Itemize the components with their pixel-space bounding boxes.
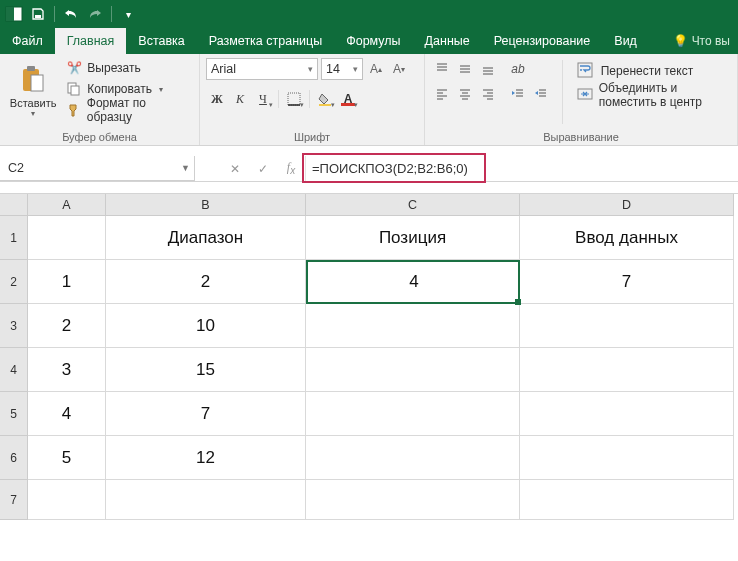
cell-A1[interactable]	[28, 216, 106, 260]
tab-view[interactable]: Вид	[602, 28, 649, 54]
brush-icon	[66, 102, 81, 118]
cell-D1[interactable]: Ввод данных	[520, 216, 734, 260]
wrap-text-button[interactable]: Перенести текст	[573, 60, 731, 82]
row-header-6[interactable]: 6	[0, 436, 28, 480]
qat-customize-icon[interactable]: ▾	[118, 4, 138, 24]
cell-C3[interactable]	[306, 304, 520, 348]
svg-rect-7	[71, 86, 79, 95]
cell-C5[interactable]	[306, 392, 520, 436]
align-group-label: Выравнивание	[425, 130, 737, 145]
tell-me[interactable]: 💡 Что вы	[665, 28, 738, 54]
cell-D2[interactable]: 7	[520, 260, 734, 304]
cell-B7[interactable]	[106, 480, 306, 520]
format-painter-button[interactable]: Формат по образцу	[64, 100, 193, 120]
decrease-indent-button[interactable]	[507, 83, 529, 105]
cell-B2[interactable]: 2	[106, 260, 306, 304]
name-box[interactable]: C2 ▼	[0, 156, 195, 181]
cell-A5[interactable]: 4	[28, 392, 106, 436]
undo-icon[interactable]	[61, 4, 81, 24]
merge-center-button[interactable]: Объединить и поместить в центр	[573, 84, 731, 106]
col-header-A[interactable]: A	[28, 194, 106, 216]
col-header-C[interactable]: C	[306, 194, 520, 216]
name-box-value: C2	[8, 161, 24, 175]
ribbon-tabs: Файл Главная Вставка Разметка страницы Ф…	[0, 28, 738, 54]
cell-B5[interactable]: 7	[106, 392, 306, 436]
cell-A6[interactable]: 5	[28, 436, 106, 480]
tell-me-label: Что вы	[692, 34, 730, 48]
underline-button[interactable]: Ч▾	[252, 88, 274, 110]
bold-button[interactable]: Ж	[206, 88, 228, 110]
cut-button[interactable]: ✂️ Вырезать	[64, 58, 193, 78]
cell-A4[interactable]: 3	[28, 348, 106, 392]
cell-A2[interactable]: 1	[28, 260, 106, 304]
tab-insert[interactable]: Вставка	[126, 28, 196, 54]
font-size-combo[interactable]: 14▾	[321, 58, 363, 80]
worksheet-grid[interactable]: A B C D 1 Диапазон Позиция Ввод данных 2…	[0, 194, 738, 520]
cell-D4[interactable]	[520, 348, 734, 392]
cell-A3[interactable]: 2	[28, 304, 106, 348]
cancel-formula-button[interactable]: ✕	[221, 156, 249, 181]
cell-C2[interactable]: 4	[306, 260, 520, 304]
cell-D5[interactable]	[520, 392, 734, 436]
cell-B1[interactable]: Диапазон	[106, 216, 306, 260]
scissors-icon: ✂️	[66, 60, 82, 76]
chevron-down-icon: ▼	[181, 163, 190, 173]
align-left-button[interactable]	[431, 83, 453, 105]
italic-button[interactable]: К	[229, 88, 251, 110]
save-icon[interactable]	[28, 4, 48, 24]
col-header-B[interactable]: B	[106, 194, 306, 216]
cut-label: Вырезать	[87, 61, 140, 75]
font-name-combo[interactable]: Arial▾	[206, 58, 318, 80]
tab-file[interactable]: Файл	[0, 28, 55, 54]
grow-font-button[interactable]: A▴	[366, 58, 386, 80]
row-header-7[interactable]: 7	[0, 480, 28, 520]
cell-C4[interactable]	[306, 348, 520, 392]
align-top-button[interactable]	[431, 58, 453, 80]
tab-review[interactable]: Рецензирование	[482, 28, 603, 54]
row-header-4[interactable]: 4	[0, 348, 28, 392]
border-button[interactable]: ▾	[283, 88, 305, 110]
font-color-button[interactable]: A ▾	[337, 88, 359, 110]
align-bottom-button[interactable]	[477, 58, 499, 80]
cell-B4[interactable]: 15	[106, 348, 306, 392]
select-all-corner[interactable]	[0, 194, 28, 216]
tab-home[interactable]: Главная	[55, 28, 127, 54]
clipboard-group-label: Буфер обмена	[0, 130, 199, 145]
fill-color-button[interactable]: ▾	[314, 88, 336, 110]
cell-D7[interactable]	[520, 480, 734, 520]
ribbon: Вставить ▾ ✂️ Вырезать Копировать ▾	[0, 54, 738, 146]
bulb-icon: 💡	[673, 34, 688, 48]
increase-indent-button[interactable]	[530, 83, 552, 105]
col-header-D[interactable]: D	[520, 194, 734, 216]
formula-bar[interactable]: =ПОИСКПОЗ(D2;B2:B6;0)	[306, 156, 738, 181]
redo-icon[interactable]	[85, 4, 105, 24]
svg-rect-10	[319, 104, 331, 106]
paste-button[interactable]: Вставить ▾	[6, 58, 60, 124]
align-middle-button[interactable]	[454, 58, 476, 80]
align-right-button[interactable]	[477, 83, 499, 105]
cell-B6[interactable]: 12	[106, 436, 306, 480]
row-header-1[interactable]: 1	[0, 216, 28, 260]
row-header-2[interactable]: 2	[0, 260, 28, 304]
shrink-font-button[interactable]: A▾	[389, 58, 409, 80]
row-header-5[interactable]: 5	[0, 392, 28, 436]
align-center-button[interactable]	[454, 83, 476, 105]
cell-C1[interactable]: Позиция	[306, 216, 520, 260]
font-name-value: Arial	[211, 62, 236, 76]
cell-C7[interactable]	[306, 480, 520, 520]
tab-formulas[interactable]: Формулы	[334, 28, 412, 54]
row-header-3[interactable]: 3	[0, 304, 28, 348]
cell-D3[interactable]	[520, 304, 734, 348]
svg-rect-2	[35, 15, 41, 18]
tab-layout[interactable]: Разметка страницы	[197, 28, 334, 54]
cell-A7[interactable]	[28, 480, 106, 520]
cell-C6[interactable]	[306, 436, 520, 480]
tab-data[interactable]: Данные	[413, 28, 482, 54]
orientation-button[interactable]: ab	[507, 58, 529, 80]
insert-function-button[interactable]: fx	[277, 156, 305, 181]
enter-formula-button[interactable]: ✓	[249, 156, 277, 181]
svg-rect-5	[31, 75, 43, 91]
svg-rect-11	[341, 103, 355, 106]
cell-D6[interactable]	[520, 436, 734, 480]
cell-B3[interactable]: 10	[106, 304, 306, 348]
